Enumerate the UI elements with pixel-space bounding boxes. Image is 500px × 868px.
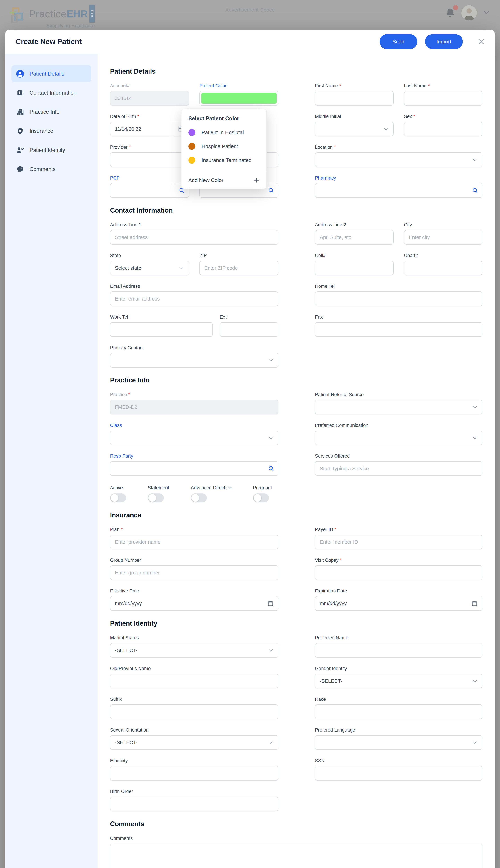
preferred-communication-select[interactable] xyxy=(315,431,482,445)
payer-id-input[interactable] xyxy=(315,535,482,549)
comments-field: Comments xyxy=(110,836,482,868)
comments-icon xyxy=(16,165,24,173)
color-option-patient-in-hospital[interactable]: Patient In Hosiptal xyxy=(189,129,260,136)
address-line-2-input[interactable] xyxy=(315,230,394,244)
search-icon[interactable] xyxy=(472,187,478,194)
logo-text-accent: EHR xyxy=(67,8,88,20)
sidebar-item-insurance[interactable]: Insurance xyxy=(11,123,91,140)
prefered-language-select[interactable] xyxy=(315,735,482,750)
sidebar-item-patient-identity[interactable]: Patient Identity xyxy=(11,142,91,159)
cell-field: Cell# xyxy=(315,253,394,275)
zip-input[interactable] xyxy=(200,261,279,275)
first-name-input[interactable] xyxy=(315,91,394,105)
import-button[interactable]: Import xyxy=(425,34,463,49)
search-icon[interactable] xyxy=(268,466,274,472)
ssn-input[interactable] xyxy=(315,766,482,780)
patient-referral-source-select[interactable] xyxy=(315,400,482,414)
resp-party-input[interactable] xyxy=(110,461,279,476)
sex-input[interactable] xyxy=(404,122,482,136)
patient-color-popover: Select Patient Color Patient In Hosiptal… xyxy=(181,109,267,189)
old-previous-name-field: Old/Previous Name xyxy=(110,666,279,688)
address-line-1-input[interactable] xyxy=(110,230,279,244)
sidebar-item-patient-details[interactable]: Patient Details xyxy=(11,65,91,82)
work-tel-input[interactable] xyxy=(110,322,213,337)
gender-identity-select[interactable]: -SELECT- xyxy=(315,674,482,688)
comments-textarea[interactable] xyxy=(110,844,482,868)
location-select[interactable] xyxy=(315,152,482,167)
zip-field: ZIP xyxy=(200,253,279,275)
state-field: State Select state xyxy=(110,253,189,275)
email-input[interactable] xyxy=(110,292,279,306)
account-field: Account# xyxy=(110,83,189,105)
sidebar-item-practice-info[interactable]: Practice Info xyxy=(11,103,91,121)
modal-header: Create New Patient Scan Import xyxy=(5,30,495,54)
add-new-color-button[interactable]: Add New Color xyxy=(189,172,260,183)
suffix-field: Suffix xyxy=(110,697,279,719)
chart-input[interactable] xyxy=(404,261,482,275)
shield-icon xyxy=(16,128,24,135)
date-of-birth-input[interactable]: 11/14/20 22 xyxy=(110,122,189,136)
middle-initial-select[interactable] xyxy=(315,122,394,136)
calendar-icon[interactable] xyxy=(268,600,274,607)
patient-color-swatch[interactable] xyxy=(200,91,279,105)
ext-input[interactable] xyxy=(220,322,279,337)
sidebar-item-comments[interactable]: Comments xyxy=(11,161,91,178)
payer-id-field: Payer ID* xyxy=(315,527,482,549)
race-input[interactable] xyxy=(315,705,482,719)
sidebar-item-contact-information[interactable]: Contact Information xyxy=(11,84,91,101)
advertisement-space: Advertisement Space xyxy=(225,7,275,13)
birth-order-input[interactable] xyxy=(110,797,279,811)
old-previous-name-input[interactable] xyxy=(110,674,279,688)
advanced-directive-toggle-group: Advanced Directive xyxy=(191,485,231,502)
plan-field: Plan* xyxy=(110,527,279,549)
advanced-directive-toggle[interactable] xyxy=(191,493,207,502)
expiration-date-input[interactable]: mm/dd/yyyy xyxy=(315,596,482,611)
pharmacy-input[interactable] xyxy=(315,183,482,198)
home-tel-input[interactable] xyxy=(315,292,482,306)
color-option-hospice-patient[interactable]: Hospice Patient xyxy=(189,143,260,150)
fax-input[interactable] xyxy=(315,322,482,337)
close-icon[interactable] xyxy=(477,38,485,45)
user-avatar[interactable] xyxy=(462,5,477,21)
sexual-orientation-select[interactable]: -SELECT- xyxy=(110,735,279,750)
services-offered-input[interactable] xyxy=(315,461,482,476)
patient-color-field: Patient Color Select Patient Color Patie… xyxy=(200,83,279,105)
expiration-date-field: Expiration Date mm/dd/yyyy xyxy=(315,588,482,611)
class-select[interactable] xyxy=(110,431,279,445)
cell-input[interactable] xyxy=(315,261,394,275)
search-icon[interactable] xyxy=(268,187,274,194)
hospital-icon xyxy=(16,108,24,116)
last-name-input[interactable] xyxy=(404,91,482,105)
state-select[interactable]: Select state xyxy=(110,261,189,275)
pcp-input[interactable] xyxy=(110,183,189,198)
modal-sidebar: Patient Details Contact Information Prac… xyxy=(5,54,98,868)
color-dot xyxy=(189,129,195,136)
statement-toggle[interactable] xyxy=(148,493,164,502)
prefered-language-field: Prefered Language xyxy=(315,727,482,750)
gender-identity-field: Gender Identity -SELECT- xyxy=(315,666,482,688)
notifications-bell-icon[interactable] xyxy=(445,7,456,19)
logo-tagline: Simplifying Healthcare xyxy=(46,23,95,28)
plan-input[interactable] xyxy=(110,535,279,549)
ethnicity-field: Ethnicity xyxy=(110,758,279,780)
scan-button[interactable]: Scan xyxy=(379,34,417,49)
city-input[interactable] xyxy=(404,230,482,244)
preferred-name-input[interactable] xyxy=(315,643,482,658)
address-line-2-field: Address Line 2 xyxy=(315,222,394,244)
group-number-input[interactable] xyxy=(110,566,279,580)
middle-initial-field: Middle Initial xyxy=(315,114,394,136)
marital-status-select[interactable]: -SELECT- xyxy=(110,643,279,658)
ethnicity-input[interactable] xyxy=(110,766,279,780)
section-title-patient-details: Patient Details xyxy=(110,68,482,75)
user-menu-chevron-icon[interactable] xyxy=(482,9,490,17)
marital-status-field: Marital Status -SELECT- xyxy=(110,635,279,658)
calendar-icon[interactable] xyxy=(471,600,478,607)
person-circle-icon xyxy=(16,70,24,78)
color-option-insurance-terminated[interactable]: Insurance Terminated xyxy=(189,157,260,164)
visit-copay-input[interactable] xyxy=(315,566,482,580)
primary-contact-select[interactable] xyxy=(110,353,279,367)
pregnant-toggle[interactable] xyxy=(253,493,269,502)
active-toggle[interactable] xyxy=(110,493,126,502)
suffix-input[interactable] xyxy=(110,705,279,719)
effective-date-input[interactable]: mm/dd/yyyy xyxy=(110,596,279,611)
